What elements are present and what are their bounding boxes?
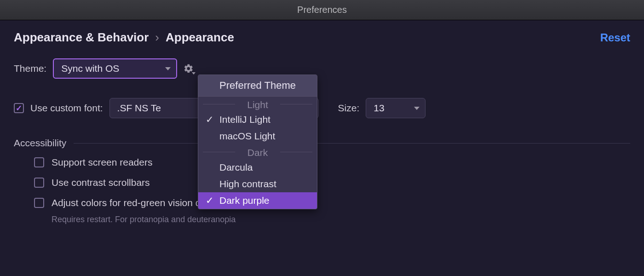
- theme-dropdown[interactable]: Sync with OS: [53, 58, 177, 79]
- theme-label: Theme:: [14, 63, 46, 74]
- font-size-value: 13: [374, 103, 384, 114]
- popup-group-light: Light: [198, 97, 317, 111]
- breadcrumb-separator: ›: [155, 30, 159, 45]
- theme-option-high-contrast[interactable]: High contrast: [198, 176, 317, 192]
- accessibility-header-label: Accessibility: [14, 138, 66, 149]
- contrast-scrollbars-row: Use contrast scrollbars: [34, 177, 630, 188]
- theme-dropdown-value: Sync with OS: [61, 63, 119, 74]
- theme-option-label: Dark purple: [219, 195, 270, 206]
- font-size-label: Size:: [338, 103, 360, 114]
- theme-option-label: IntelliJ Light: [219, 114, 270, 125]
- reset-link[interactable]: Reset: [600, 31, 630, 44]
- popup-title: Preferred Theme: [198, 75, 317, 97]
- screen-readers-checkbox[interactable]: [34, 157, 44, 167]
- theme-option-intellij-light[interactable]: ✓ IntelliJ Light: [198, 111, 317, 128]
- preferred-theme-popup: Preferred Theme Light ✓ IntelliJ Light m…: [198, 75, 317, 209]
- check-icon: ✓: [205, 195, 215, 206]
- window-title: Preferences: [297, 5, 347, 15]
- color-deficiency-checkbox[interactable]: [34, 198, 44, 208]
- theme-settings-button[interactable]: [184, 63, 194, 74]
- breadcrumb-group[interactable]: Appearance & Behavior: [14, 30, 149, 45]
- theme-option-label: macOS Light: [219, 131, 275, 142]
- contrast-scrollbars-label: Use contrast scrollbars: [52, 177, 150, 188]
- color-deficiency-hint: Requires restart. For protanopia and deu…: [52, 215, 630, 224]
- accessibility-section-header: Accessibility: [14, 138, 630, 149]
- check-icon: ✓: [205, 114, 215, 125]
- screen-readers-row: Support screen readers: [34, 157, 630, 168]
- breadcrumb: Appearance & Behavior › Appearance: [14, 30, 234, 45]
- theme-option-label: High contrast: [219, 178, 276, 190]
- popup-group-dark: Dark: [198, 144, 317, 159]
- use-custom-font-label: Use custom font:: [30, 103, 103, 114]
- theme-option-label: Darcula: [219, 162, 253, 173]
- screen-readers-label: Support screen readers: [52, 157, 152, 168]
- font-size-dropdown[interactable]: 13: [366, 98, 426, 118]
- section-divider: [74, 143, 630, 144]
- use-custom-font-checkbox[interactable]: [14, 103, 24, 113]
- breadcrumb-page: Appearance: [166, 30, 234, 45]
- font-family-value: .SF NS Te: [117, 103, 161, 114]
- window-titlebar: Preferences: [0, 0, 644, 20]
- theme-option-dark-purple[interactable]: ✓ Dark purple: [198, 192, 317, 209]
- breadcrumb-row: Appearance & Behavior › Appearance Reset: [14, 30, 630, 45]
- chevron-down-icon: [165, 67, 171, 70]
- theme-option-darcula[interactable]: Darcula: [198, 159, 317, 176]
- preferences-content: Appearance & Behavior › Appearance Reset…: [0, 20, 644, 235]
- chevron-down-icon: [414, 107, 420, 110]
- theme-option-macos-light[interactable]: macOS Light: [198, 128, 317, 144]
- theme-row: Theme: Sync with OS: [14, 58, 630, 79]
- chevron-down-icon: [192, 72, 196, 75]
- color-deficiency-row: Adjust colors for red-green vision defic…: [34, 197, 630, 208]
- font-row: Use custom font: .SF NS Te Size: 13: [14, 98, 630, 118]
- contrast-scrollbars-checkbox[interactable]: [34, 178, 44, 188]
